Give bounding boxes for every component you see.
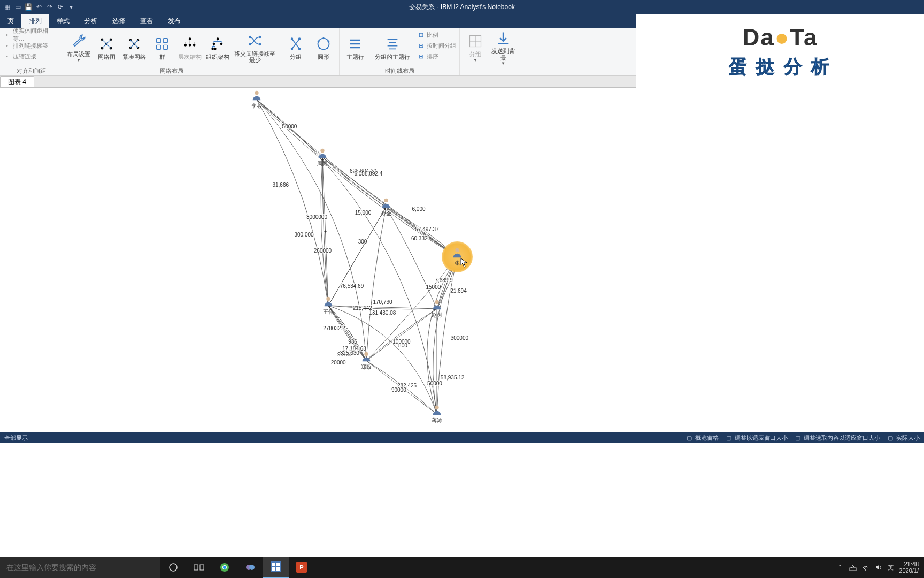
ribbon-btn-label: 圆形 <box>318 54 329 60</box>
ribbon-btn-label: 分组的主题行 <box>375 54 410 60</box>
svg-rect-75 <box>850 568 856 571</box>
chart-node[interactable]: 郑政 <box>360 351 372 371</box>
svg-text:P: P <box>299 564 303 571</box>
svg-point-41 <box>325 231 327 233</box>
ribbon-组织架构[interactable]: 组织架构 <box>204 29 231 66</box>
undo-icon[interactable]: ↶ <box>35 3 43 11</box>
taskview-button[interactable] <box>186 557 212 578</box>
ribbon-网络图[interactable]: 网络图 <box>93 29 120 66</box>
svg-point-60 <box>170 564 177 571</box>
person-icon <box>251 89 263 101</box>
svg-point-57 <box>435 300 438 304</box>
tab-chart[interactable]: 图表 4 <box>0 76 34 87</box>
ribbon-分组[interactable]: 分组 <box>282 29 309 66</box>
status-调整选取内容以适应窗口大小[interactable]: ▢调整选取内容以适应窗口大小 <box>795 434 880 442</box>
svg-point-52 <box>255 91 258 95</box>
quick-access-toolbar: ▦ ▭ 💾 ↶ ↷ ⟳ ▾ <box>0 3 75 11</box>
menu-样式[interactable]: 样式 <box>49 14 77 28</box>
ribbon-small-比例[interactable]: ⊞比例 <box>417 30 456 40</box>
edge-label: 800 <box>398 342 408 348</box>
svg-point-20 <box>220 43 223 45</box>
ribbon-side-item[interactable]: •使实体间距相等… <box>3 30 59 40</box>
open-icon[interactable]: ▭ <box>14 3 21 11</box>
ribbon-发送到背景[interactable]: 发送到背景▼ <box>490 29 517 66</box>
menu-排列[interactable]: 排列 <box>21 14 49 28</box>
ribbon-将交叉链接减至最少[interactable]: 将交叉链接减至最少 <box>232 29 278 66</box>
svg-point-17 <box>193 44 196 47</box>
group-label <box>462 67 517 74</box>
svg-rect-13 <box>163 45 167 49</box>
chevron-up-icon[interactable]: ˄ <box>836 564 844 571</box>
svg-point-59 <box>435 406 438 409</box>
ribbon-主题行[interactable]: 主题行 <box>342 29 368 66</box>
refresh-icon[interactable]: ⟳ <box>57 3 64 11</box>
group-label: 网络布局 <box>65 67 278 74</box>
ribbon-群[interactable]: 群 <box>149 29 175 66</box>
node-label: 李芯 <box>251 102 263 110</box>
edge-label: 58,935.12 <box>440 375 465 381</box>
chart-node[interactable]: 李芯 <box>251 89 263 110</box>
ribbon-btn-label: 将交叉链接减至最少 <box>232 50 278 63</box>
menu-选择[interactable]: 选择 <box>105 14 133 28</box>
split-icon <box>287 35 304 52</box>
cortana-button[interactable] <box>160 557 186 578</box>
option-icon: ⊞ <box>417 52 425 60</box>
menu-页[interactable]: 页 <box>0 14 21 28</box>
node-label: 周雨 <box>317 160 328 168</box>
status-left: 全部显示 <box>4 434 28 442</box>
edge-label: 15,000 <box>355 210 372 216</box>
chart-node[interactable]: 周雨 <box>317 147 328 168</box>
window-title: 交易关系 - IBM i2 Analyst's Notebook <box>409 3 515 12</box>
chart-node[interactable]: 孙全 <box>380 197 392 217</box>
ribbon-btn-label: 分组 <box>290 54 302 60</box>
status-概览窗格[interactable]: ▢概览窗格 <box>687 434 719 442</box>
svg-point-22 <box>214 48 217 50</box>
ribbon-紧凑网络[interactable]: 紧凑网络 <box>121 29 148 66</box>
cluster-icon <box>153 35 171 52</box>
menu-发布[interactable]: 发布 <box>160 14 188 28</box>
save-icon[interactable]: 💾 <box>25 3 32 11</box>
status-调整以适应窗口大小[interactable]: ▢调整以适应窗口大小 <box>726 434 788 442</box>
ribbon-small-排序[interactable]: ⊞排序 <box>417 51 456 61</box>
powerpoint-icon[interactable]: P <box>289 557 314 578</box>
status-实际大小[interactable]: ▢实际大小 <box>888 434 920 442</box>
dropdown-icon[interactable]: ▾ <box>67 3 75 11</box>
taskbar: P ˄ 英 21:48 2020/1/ <box>0 557 924 578</box>
node-label: 郑政 <box>360 363 372 371</box>
ribbon-圆形[interactable]: 圆形 <box>310 29 337 66</box>
ribbon-布局设置[interactable]: 布局设置▼ <box>65 29 92 66</box>
edge-label: 50000 <box>282 124 298 130</box>
menu-分析[interactable]: 分析 <box>77 14 105 28</box>
chevron-down-icon: ▼ <box>473 58 478 63</box>
network-icon[interactable] <box>849 564 857 571</box>
app-icon-1[interactable] <box>237 557 263 578</box>
ribbon-btn-label: 分组 <box>469 51 481 57</box>
chart-node[interactable]: 蒋涛 <box>431 404 443 424</box>
clock[interactable]: 21:48 2020/1/ <box>899 561 919 574</box>
redo-icon[interactable]: ↷ <box>46 3 53 11</box>
ribbon-分组的主题行[interactable]: 分组的主题行 <box>369 29 415 66</box>
chart-canvas[interactable]: 50000625,604.306,058,892.431,666300,0001… <box>0 88 636 430</box>
wifi-icon[interactable] <box>862 564 869 571</box>
wrench-icon <box>70 33 87 50</box>
circle-icon <box>315 35 332 52</box>
i2-app-icon[interactable] <box>263 557 289 578</box>
chart-node[interactable]: 赵树 <box>431 299 443 319</box>
svg-point-29 <box>291 48 294 50</box>
edge-label: 57,497.37 <box>414 226 440 232</box>
chrome-icon[interactable] <box>212 557 237 578</box>
taskbar-search[interactable] <box>0 557 160 578</box>
ribbon-side-item[interactable]: •排列链接标签 <box>3 41 59 50</box>
node-label: 蒋涛 <box>431 417 443 424</box>
group-label: 对齐和间距 <box>2 67 60 74</box>
ime-indicator[interactable]: 英 <box>888 564 894 572</box>
svg-point-32 <box>322 37 325 40</box>
ribbon-side-item[interactable]: •压缩连接 <box>3 51 59 61</box>
chevron-down-icon: ▼ <box>76 58 81 63</box>
chart-node[interactable]: 王伟 <box>322 295 334 316</box>
volume-icon[interactable] <box>875 564 882 571</box>
ribbon-btn-label: 布局设置 <box>67 51 90 57</box>
menu-查看[interactable]: 查看 <box>133 14 160 28</box>
ribbon-small-按时间分组[interactable]: ⊞按时间分组 <box>417 41 456 50</box>
search-input[interactable] <box>6 563 154 572</box>
